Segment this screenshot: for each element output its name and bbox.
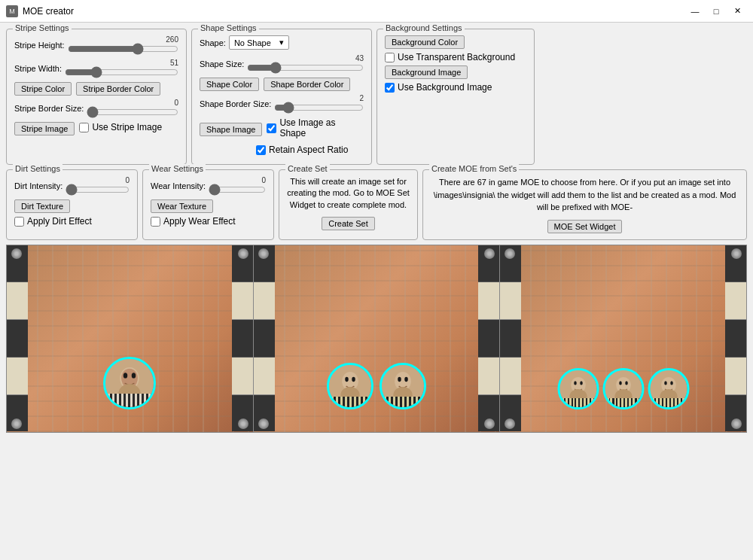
- bar-segment: [478, 282, 499, 320]
- create-moe-panel: Create MOE from Set's There are 67 in ga…: [422, 169, 747, 240]
- bar-segment: [500, 320, 521, 358]
- background-image-button[interactable]: Background Image: [385, 65, 468, 79]
- background-image-btn-row: Background Image: [385, 65, 526, 79]
- create-set-button[interactable]: Create Set: [322, 217, 375, 230]
- use-stripe-image-label[interactable]: Use Stripe Image: [92, 122, 162, 132]
- svg-point-4: [132, 373, 136, 378]
- svg-point-15: [398, 376, 401, 381]
- screw-tl-2: [258, 248, 269, 259]
- background-color-button[interactable]: Background Color: [385, 35, 465, 49]
- create-set-description: This will create an image set for creati…: [287, 176, 410, 211]
- shape-border-size-slider[interactable]: [274, 102, 364, 113]
- stripe-border-size-slider[interactable]: [87, 107, 178, 117]
- apply-dirt-checkbox[interactable]: [14, 217, 24, 227]
- shape-border-size-container: 2: [274, 94, 364, 113]
- stripe-overlay-2b: [382, 397, 424, 407]
- create-set-panel: Create Set This will create an image set…: [279, 169, 418, 240]
- retain-aspect-ratio-row: Retain Aspect Ratio: [256, 145, 364, 155]
- use-transparent-checkbox[interactable]: [385, 53, 395, 62]
- bar-segment: [254, 320, 275, 358]
- dirt-intensity-label: Dirt Intensity:: [14, 181, 62, 190]
- apply-dirt-label[interactable]: Apply Dirt Effect: [27, 216, 92, 227]
- bar-segment: [725, 320, 746, 358]
- screw-br-3: [731, 418, 742, 429]
- preview-bg-3: [500, 245, 746, 432]
- stripe-height-label: Stripe Height:: [14, 41, 65, 50]
- stripe-height-slider[interactable]: [68, 44, 178, 54]
- use-stripe-image-checkbox[interactable]: [79, 123, 89, 132]
- right-bars-2: [478, 245, 499, 432]
- shape-image-button[interactable]: Shape Image: [200, 123, 262, 136]
- retain-aspect-ratio-label[interactable]: Retain Aspect Ratio: [269, 145, 348, 155]
- preview-avatar-container-1: [103, 357, 156, 409]
- bar-segment: [500, 282, 521, 320]
- close-button[interactable]: ✕: [727, 4, 747, 19]
- screw-tl: [11, 248, 22, 259]
- svg-point-3: [123, 373, 127, 378]
- bar-segment: [232, 358, 253, 395]
- use-background-image-label[interactable]: Use Background Image: [398, 82, 492, 93]
- screw-tr: [238, 248, 248, 259]
- bar-segment: [7, 358, 28, 395]
- shape-settings-panel: Shape Settings Shape: No Shape ▾ Shape S…: [191, 29, 372, 165]
- moe-set-widget-button[interactable]: MOE Set Widget: [547, 220, 623, 233]
- shape-border-color-button[interactable]: Shape Border Color: [264, 78, 350, 91]
- stripe-height-row: Stripe Height: 260: [14, 35, 178, 54]
- use-image-as-shape-label[interactable]: Use Image as Shape: [279, 117, 364, 138]
- wear-intensity-row: Wear Intensity: 0: [151, 176, 266, 195]
- background-panel-title: Background Settings: [383, 23, 465, 32]
- create-moe-description: There are 67 in game MOE to choose from …: [431, 176, 739, 214]
- use-stripe-image-row: Use Stripe Image: [79, 122, 162, 132]
- dirt-intensity-row: Dirt Intensity: 0: [14, 176, 130, 195]
- retain-aspect-ratio-checkbox[interactable]: [256, 145, 266, 155]
- minimize-button[interactable]: —: [685, 4, 705, 19]
- use-image-as-shape-checkbox[interactable]: [267, 123, 276, 133]
- preview-panel-3: [500, 245, 746, 432]
- window-title: MOE creator: [23, 6, 74, 17]
- wear-intensity-slider[interactable]: [209, 184, 266, 195]
- use-transparent-label[interactable]: Use Transparent Background: [398, 52, 515, 62]
- apply-wear-checkbox[interactable]: [151, 217, 160, 227]
- svg-point-28: [625, 381, 628, 385]
- shape-image-row: Shape Image Use Image as Shape: [200, 117, 364, 142]
- background-color-btn-row: Background Color: [385, 35, 526, 49]
- bar-segment: [478, 358, 499, 395]
- stripe-width-row: Stripe Width: 51: [14, 59, 178, 78]
- wear-texture-button[interactable]: Wear Texture: [151, 199, 213, 213]
- preview-avatar-triple: [557, 368, 689, 409]
- stripe-border-size-container: 0: [87, 99, 178, 117]
- shape-size-slider[interactable]: [247, 62, 364, 73]
- create-moe-title: Create MOE from Set's: [429, 164, 519, 173]
- shape-dropdown[interactable]: No Shape ▾: [229, 35, 289, 50]
- dirt-texture-button[interactable]: Dirt Texture: [14, 199, 70, 213]
- stripe-image-button[interactable]: Stripe Image: [14, 122, 75, 135]
- stripe-overlay-3a: [559, 398, 596, 407]
- title-bar: M MOE creator — □ ✕: [0, 0, 753, 23]
- stripe-image-row: Stripe Image Use Stripe Image: [14, 122, 178, 135]
- avatar-3a: [557, 368, 599, 409]
- avatar-2a: [327, 363, 373, 409]
- left-bars-3: [500, 245, 521, 432]
- stripe-border-size-label: Stripe Border Size:: [14, 104, 84, 113]
- bar-segment: [232, 282, 253, 320]
- bar-segment: [7, 320, 28, 358]
- use-background-image-checkbox[interactable]: [385, 83, 395, 93]
- main-content: Stripe Settings Stripe Height: 260 Strip…: [0, 23, 753, 560]
- title-bar-left: M MOE creator: [6, 5, 74, 17]
- stripe-width-label: Stripe Width:: [14, 64, 62, 73]
- preview-panel-1: [7, 245, 254, 432]
- shape-size-slider-container: 43: [247, 54, 364, 73]
- stripe-border-color-button[interactable]: Stripe Border Color: [76, 82, 160, 96]
- dirt-intensity-slider[interactable]: [66, 184, 130, 195]
- maximize-button[interactable]: □: [706, 4, 726, 19]
- dirt-settings-panel: Dirt Settings Dirt Intensity: 0 Dirt Tex…: [6, 169, 138, 240]
- stripe-width-slider[interactable]: [65, 67, 178, 78]
- bar-segment: [725, 282, 746, 320]
- shape-color-button[interactable]: Shape Color: [200, 78, 259, 91]
- right-bars-1: [232, 245, 253, 432]
- shape-border-size-row: Shape Border Size: 2: [200, 94, 364, 113]
- apply-wear-label[interactable]: Apply Wear Effect: [163, 216, 236, 227]
- avatar-2b: [380, 363, 426, 409]
- preview-bg-2: [254, 245, 500, 432]
- stripe-color-button[interactable]: Stripe Color: [14, 82, 72, 96]
